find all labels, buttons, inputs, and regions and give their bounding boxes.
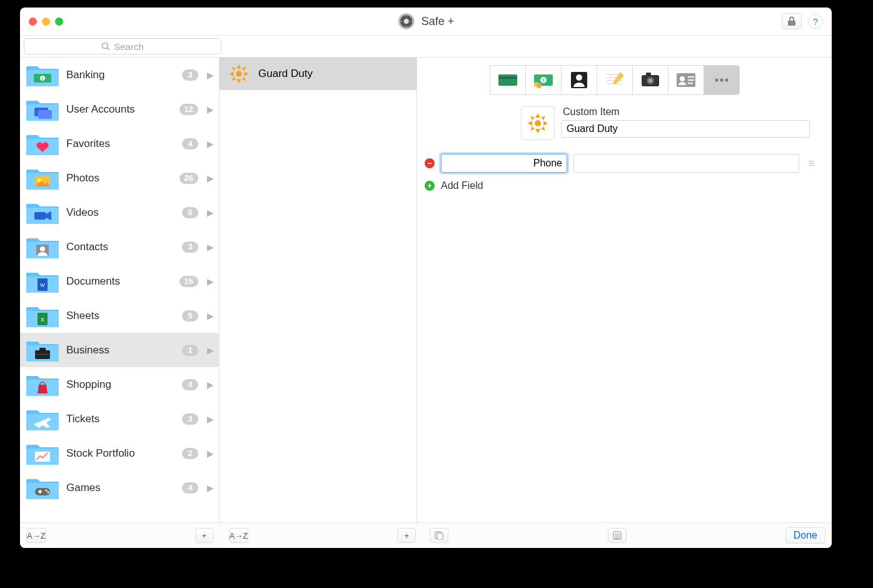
add-item-button[interactable]: + [397, 528, 416, 543]
sidebar-item-count: 5 [182, 310, 198, 322]
app-title: Safe + [398, 13, 455, 30]
sidebar-item-photos[interactable]: Photos 26 ▶ [20, 161, 219, 195]
svg-text:$: $ [542, 78, 545, 83]
svg-point-63 [680, 76, 685, 81]
sidebar-item-label: User Accounts [66, 103, 172, 116]
svg-marker-74 [543, 121, 548, 126]
sort-categories-button[interactable]: A→Z [26, 528, 46, 543]
svg-rect-44 [498, 74, 517, 86]
svg-point-52 [576, 74, 582, 81]
briefcase-folder-icon [26, 338, 59, 363]
sidebar-item-count: 1 [182, 345, 198, 356]
type-photo-button[interactable] [632, 65, 668, 95]
chevron-right-icon: ▶ [207, 104, 214, 114]
template-button[interactable] [608, 528, 627, 543]
sidebar-item-label: Photos [66, 172, 172, 185]
type-custom-button[interactable] [704, 65, 740, 95]
drag-handle-icon[interactable]: ≡ [805, 161, 818, 165]
svg-marker-37 [236, 79, 241, 84]
svg-rect-45 [498, 77, 517, 79]
sidebar-item-business[interactable]: Business 1 ▶ [20, 333, 219, 367]
svg-point-50 [537, 83, 542, 88]
svg-rect-14 [38, 110, 52, 119]
chevron-right-icon: ▶ [207, 242, 214, 252]
add-field-row[interactable]: + Add Field [425, 180, 822, 191]
chart-folder-icon [26, 441, 59, 466]
sort-items-button[interactable]: A→Z [229, 528, 249, 543]
svg-rect-59 [646, 73, 651, 76]
sidebar-item-count: 3 [182, 241, 198, 253]
sidebar-item-label: Videos [66, 206, 174, 219]
lock-button[interactable] [782, 13, 802, 29]
sidebar-item-games[interactable]: Games 4 ▶ [20, 470, 219, 505]
svg-line-9 [108, 48, 110, 51]
sidebar-item-count: 12 [179, 104, 198, 115]
type-account-button[interactable] [561, 65, 597, 95]
svg-marker-36 [236, 64, 241, 69]
banknote-icon: $ [532, 68, 555, 92]
sidebar-item-label: Favorites [66, 138, 174, 150]
heart-folder-icon [26, 131, 59, 156]
business-star-icon [527, 112, 549, 134]
help-button[interactable]: ? [808, 14, 823, 29]
zoom-window-button[interactable] [55, 18, 63, 26]
sidebar-item-sheets[interactable]: X Sheets 5 ▶ [20, 298, 219, 333]
sidebar-item-label: Sheets [66, 310, 174, 322]
sidebar-item-count: 4 [182, 379, 198, 390]
svg-text:W: W [40, 282, 46, 288]
remove-field-button[interactable]: − [425, 158, 435, 168]
svg-marker-73 [528, 121, 532, 126]
type-card-button[interactable] [490, 65, 525, 95]
sidebar-item-tickets[interactable]: Tickets 3 ▶ [20, 402, 219, 436]
sidebar-item-videos[interactable]: Videos 6 ▶ [20, 195, 219, 230]
add-category-button[interactable]: + [195, 528, 214, 543]
list-item-guard-duty[interactable]: Guard Duty [220, 58, 416, 90]
sidebar-item-label: Documents [66, 275, 172, 288]
footer-toolbar: A→Z + A→Z + Done [20, 522, 832, 548]
sidebar-item-label: Business [66, 344, 174, 357]
sidebar-item-label: Stock Portfolio [66, 447, 174, 460]
sidebar-item-contacts[interactable]: Contacts 3 ▶ [20, 230, 219, 264]
minimize-window-button[interactable] [42, 18, 50, 26]
svg-marker-71 [535, 113, 540, 118]
item-icon[interactable] [521, 106, 555, 140]
svg-point-61 [648, 79, 652, 83]
sidebar-item-count: 15 [179, 276, 198, 287]
done-button[interactable]: Done [785, 527, 825, 544]
svg-point-32 [48, 491, 49, 493]
doc-folder-icon: W [26, 269, 59, 294]
idcard-icon [674, 68, 698, 92]
close-window-button[interactable] [29, 18, 37, 26]
type-contact-button[interactable] [668, 65, 704, 95]
ellipsis-icon [710, 68, 734, 92]
sidebar-item-documents[interactable]: W Documents 15 ▶ [20, 264, 219, 298]
sidebar-item-count: 3 [182, 69, 198, 81]
sidebar-item-stock-portfolio[interactable]: Stock Portfolio 2 ▶ [20, 436, 219, 470]
sidebar-item-shopping[interactable]: Shopping 4 ▶ [20, 367, 219, 402]
add-field-button[interactable]: + [425, 181, 435, 191]
contact-folder-icon [26, 235, 59, 260]
copy-button[interactable] [430, 528, 448, 543]
sidebar-item-banking[interactable]: $ Banking 3 ▶ [20, 58, 219, 92]
field-value-input[interactable] [573, 154, 799, 173]
type-note-button[interactable] [597, 65, 632, 95]
svg-point-31 [46, 489, 48, 491]
category-sidebar: $ Banking 3 ▶ User Accounts 12 ▶ Favorit… [20, 58, 220, 522]
add-field-label: Add Field [441, 180, 483, 191]
svg-marker-76 [541, 116, 545, 120]
item-name-input[interactable] [561, 120, 810, 138]
sidebar-item-user-accounts[interactable]: User Accounts 12 ▶ [20, 92, 219, 126]
item-list: Guard Duty [220, 58, 417, 522]
sidebar-item-label: Shopping [66, 378, 174, 391]
svg-point-35 [236, 71, 241, 76]
chevron-right-icon: ▶ [207, 311, 214, 321]
type-bank-button[interactable]: $ [525, 65, 561, 95]
lock-icon [787, 16, 796, 26]
search-input[interactable]: Search [24, 38, 221, 54]
svg-point-8 [103, 43, 108, 49]
app-window: Safe + ? Search $ [20, 8, 832, 548]
chevron-right-icon: ▶ [207, 70, 214, 80]
sidebar-item-favorites[interactable]: Favorites 4 ▶ [20, 126, 219, 161]
field-label-input[interactable] [441, 154, 567, 173]
card-icon [496, 68, 520, 92]
